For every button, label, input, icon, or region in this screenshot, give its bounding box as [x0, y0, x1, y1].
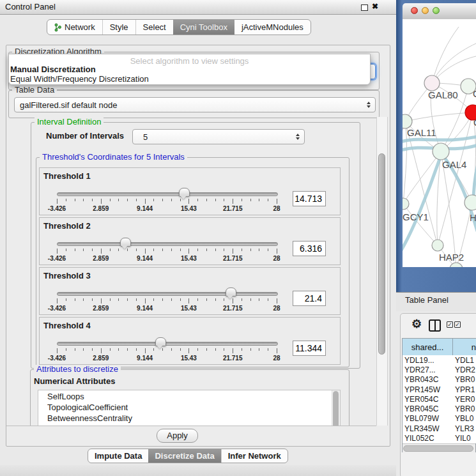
column-header-name[interactable]: name — [453, 339, 476, 355]
cell-name[interactable]: YIL0 — [453, 434, 476, 443]
tab-discretize-data[interactable]: Discretize Data — [148, 449, 220, 463]
tab-style[interactable]: Style — [102, 20, 135, 35]
tick-mark — [136, 298, 137, 301]
node-gcy1[interactable] — [403, 198, 409, 210]
threshold-1-value-field[interactable] — [293, 191, 326, 206]
slider-thumb[interactable] — [179, 188, 190, 197]
network-window-titlebar[interactable] — [403, 3, 476, 20]
axis-tick-label: 21.715 — [223, 255, 243, 262]
checkbox-icon[interactable]: ✓ — [454, 321, 461, 328]
node-gal4[interactable] — [433, 143, 449, 160]
cell-name[interactable]: YER0 — [453, 395, 476, 404]
cell-name[interactable]: YLR3 — [453, 424, 476, 433]
table-row[interactable]: YLR345WYLR3 — [403, 424, 476, 433]
tab-cyni-toolbox[interactable]: Cyni Toolbox — [173, 20, 234, 35]
cell-shared-name[interactable]: YBR043C — [403, 375, 453, 384]
tab-impute-data[interactable]: Impute Data — [88, 449, 148, 463]
threshold-2-value-field[interactable] — [293, 241, 326, 256]
gear-icon[interactable]: ⚙ — [411, 318, 422, 330]
tick-mark — [101, 348, 102, 353]
slider-track[interactable] — [57, 292, 278, 296]
threshold-1-slider[interactable]: -3.4262.8599.14415.4321.71528 — [57, 190, 277, 214]
table-row[interactable]: YDL19...YDL1 — [403, 355, 476, 365]
threshold-2-slider[interactable]: -3.4262.8599.14415.4321.71528 — [57, 240, 277, 264]
close-icon[interactable]: ✖ — [372, 2, 378, 11]
cell-name[interactable]: YBR0 — [453, 404, 476, 413]
table-row[interactable]: YBR043CYBR0 — [403, 375, 476, 385]
cell-name[interactable]: YDL1 — [453, 356, 476, 365]
tab-jactivemnodules[interactable]: jActiveMNodules — [234, 20, 311, 35]
cell-name[interactable]: YDR2 — [453, 365, 476, 374]
node-gal80[interactable] — [424, 75, 440, 91]
tab-network[interactable]: Network — [47, 20, 102, 35]
scrollbar-thumb[interactable] — [378, 153, 385, 355]
column-layout-icon[interactable] — [429, 319, 441, 332]
cell-shared-name[interactable]: YIL052C — [403, 434, 453, 443]
cell-shared-name[interactable]: YBL079W — [403, 414, 453, 423]
tick-mark — [206, 298, 207, 301]
dropdown-option-manual[interactable]: Manual Discretization — [10, 65, 96, 74]
threshold-3-slider[interactable]: -3.4262.8599.14415.4321.71528 — [57, 289, 277, 314]
cell-name[interactable]: YPR1 — [453, 385, 476, 394]
slider-track[interactable] — [57, 192, 278, 196]
cell-shared-name[interactable]: YLR345W — [403, 424, 453, 433]
tick-mark — [171, 348, 172, 351]
cell-shared-name[interactable]: YBR045C — [403, 404, 453, 413]
attribute-list-item[interactable]: TopologicalCoefficient — [38, 401, 340, 412]
table-row[interactable]: YPR145WYPR1 — [403, 385, 476, 394]
table-row[interactable]: YER054CYER0 — [403, 394, 476, 404]
tab-infer-network[interactable]: Infer Network — [221, 449, 288, 463]
axis-tick-label: 2.859 — [93, 255, 109, 262]
table-horizontal-scrollbar[interactable] — [403, 443, 475, 452]
apply-button[interactable]: Apply — [157, 429, 198, 443]
threshold-4-slider[interactable]: -3.4262.8599.14415.4321.71528 — [57, 339, 277, 364]
threshold-3-value-field[interactable] — [293, 291, 326, 306]
slider-thumb[interactable] — [226, 288, 236, 296]
minimize-traffic-light-icon[interactable] — [422, 7, 429, 14]
network-canvas[interactable]: GAL80 GA C GAL11 GAL4 GCY1 H HAP2 — [403, 19, 476, 267]
cell-shared-name[interactable]: YDR27... — [403, 365, 453, 374]
numerical-attributes-list[interactable]: SelfLoopsTopologicalCoefficientBetweenne… — [38, 390, 341, 426]
number-of-intervals-combo[interactable]: 5 — [132, 129, 305, 144]
table-row[interactable]: YBL079WYBL0 — [403, 414, 476, 424]
tick-mark — [277, 348, 277, 353]
axis-tick-label: -3.426 — [48, 205, 66, 212]
threshold-4-value-field[interactable] — [293, 341, 326, 356]
node-hap2[interactable] — [432, 240, 443, 251]
slider-thumb[interactable] — [155, 337, 166, 346]
tick-mark — [118, 249, 119, 251]
attribute-list-item[interactable]: SelfLoops — [38, 390, 340, 401]
cell-shared-name[interactable]: YER054C — [403, 395, 453, 404]
table-row[interactable]: YDR27...YDR2 — [403, 365, 476, 374]
tick-mark — [188, 249, 189, 254]
cell-shared-name[interactable]: YDL19... — [403, 356, 453, 365]
table-row[interactable]: YBR045CYBR0 — [403, 404, 476, 413]
node-table-rows: YDL19...YDL1YDR27...YDR2YBR043CYBR0YPR14… — [403, 355, 476, 443]
float-window-icon[interactable] — [361, 4, 368, 11]
zoom-traffic-light-icon[interactable] — [433, 7, 440, 14]
cell-name[interactable]: YBR0 — [453, 375, 476, 384]
tab-select[interactable]: Select — [135, 20, 173, 35]
column-header-shared-name[interactable]: shared... — [403, 339, 453, 355]
node-gal11[interactable] — [403, 114, 412, 128]
tick-mark — [101, 249, 102, 254]
attributes-list-scrollbar[interactable] — [332, 390, 340, 426]
slider-track[interactable] — [57, 242, 278, 246]
cell-name[interactable]: YBL0 — [453, 414, 476, 423]
table-data-combo[interactable]: galFiltered.sif default node — [14, 97, 376, 112]
table-row[interactable]: YIL052CYIL0 — [403, 433, 476, 443]
axis-tick-label: 2.859 — [93, 205, 109, 212]
attribute-list-item[interactable]: BetweennessCentrality — [38, 412, 340, 423]
cell-shared-name[interactable]: YPR145W — [403, 385, 453, 394]
close-traffic-light-icon[interactable] — [411, 7, 418, 14]
node-label-hap2: HAP2 — [439, 252, 464, 263]
slider-track[interactable] — [57, 342, 278, 346]
scrollbar-thumb[interactable] — [333, 391, 339, 426]
main-scrollbar[interactable] — [376, 117, 388, 426]
slider-thumb[interactable] — [120, 238, 131, 247]
checkbox-icon[interactable]: ✓ — [447, 321, 453, 328]
node-h[interactable] — [464, 195, 476, 210]
scrollbar-thumb[interactable] — [403, 445, 473, 452]
dropdown-option-equal-width[interactable]: Equal Width/Frequency Discretization — [10, 75, 149, 84]
attributes-group: Attributes to discretize Numerical Attri… — [30, 369, 349, 426]
